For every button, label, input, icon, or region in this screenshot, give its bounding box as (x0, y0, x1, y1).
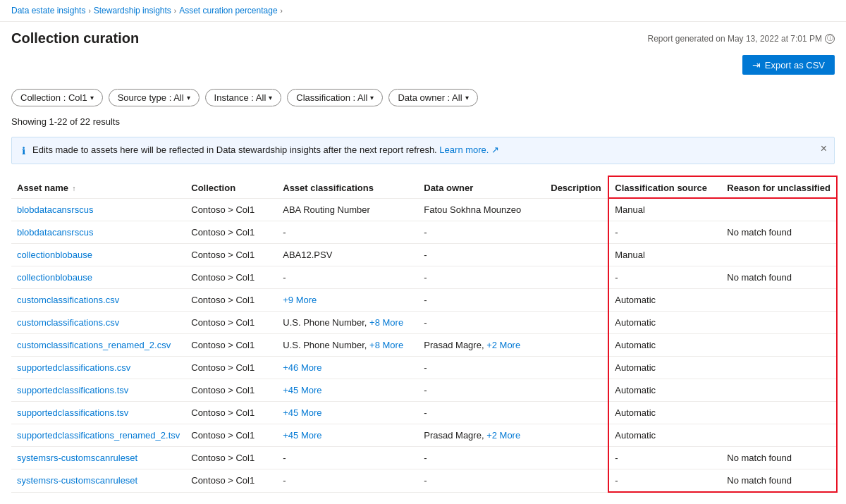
filter-classification[interactable]: Classification : All ▾ (287, 89, 383, 106)
table-row: blobdatacansrscusContoso > Col1---No mat… (11, 221, 837, 244)
cell-classifications: +45 More (277, 402, 418, 424)
filter-collection-label: Collection : Col1 (20, 92, 87, 103)
asset-name-link[interactable]: supportedclassifications.tsv (17, 407, 128, 418)
cell-classifications: +45 More (277, 424, 418, 447)
export-csv-button[interactable]: ⇥ Export as CSV (742, 55, 835, 75)
col-asset-name-label: Asset name (17, 183, 68, 193)
cell-classification-source: - (608, 221, 721, 244)
cell-description (545, 469, 608, 493)
cell-reason-unclassified: No match found (721, 221, 837, 244)
classifications-more-link[interactable]: +8 More (369, 317, 403, 328)
cell-reason-unclassified (721, 334, 837, 357)
asset-name-link[interactable]: supportedclassifications.csv (17, 362, 130, 373)
breadcrumb-asset-curation[interactable]: Asset curation percentage (179, 6, 277, 16)
asset-name-link[interactable]: customclassifications.csv (17, 317, 119, 328)
cell-classifications: ABA Routing Number (277, 198, 418, 221)
asset-name-link[interactable]: customclassifications_renamed_2.csv (17, 340, 171, 350)
cell-collection: Contoso > Col1 (185, 221, 277, 244)
cell-description (545, 266, 608, 289)
table-row: supportedclassifications.tsvContoso > Co… (11, 402, 837, 424)
cell-reason-unclassified (721, 402, 837, 424)
export-label: Export as CSV (765, 60, 825, 70)
cell-classifications: ABA12.PSV (277, 244, 418, 266)
cell-collection: Contoso > Col1 (185, 312, 277, 334)
data-table-container: Asset name ↑ Collection Asset classifica… (0, 170, 846, 498)
table-row: systemsrs-customscanrulesetContoso > Col… (11, 447, 837, 469)
cell-data-owner: - (418, 312, 545, 334)
cell-reason-unclassified (721, 198, 837, 221)
cell-collection: Contoso > Col1 (185, 469, 277, 493)
classifications-more-link[interactable]: +46 More (283, 362, 321, 373)
page-title: Collection curation (11, 30, 139, 47)
asset-name-link[interactable]: collectionblobause (17, 250, 92, 260)
table-row: blobdatacansrscusContoso > Col1ABA Routi… (11, 198, 837, 221)
filter-instance[interactable]: Instance : All ▾ (205, 89, 282, 106)
breadcrumb-data-estate[interactable]: Data estate insights (11, 6, 85, 16)
cell-description (545, 289, 608, 312)
cell-classification-source: Automatic (608, 334, 721, 357)
table-row: customclassifications_renamed_2.csvConto… (11, 334, 837, 357)
cell-description (545, 379, 608, 402)
cell-collection: Contoso > Col1 (185, 357, 277, 379)
cell-classifications: +46 More (277, 357, 418, 379)
cell-classifications: +9 More (277, 289, 418, 312)
cell-collection: Contoso > Col1 (185, 289, 277, 312)
info-banner-close-button[interactable]: × (821, 143, 827, 154)
cell-data-owner: - (418, 447, 545, 469)
report-info-icon[interactable]: ⓘ (825, 34, 835, 44)
col-asset-classifications-label: Asset classifications (283, 183, 374, 193)
filter-source-type-chevron: ▾ (187, 94, 190, 102)
data-owner-more-link[interactable]: +2 More (486, 430, 520, 441)
col-collection: Collection (185, 176, 277, 198)
info-banner-learn-more[interactable]: Learn more. ↗ (439, 145, 499, 155)
cell-classification-source: - (608, 266, 721, 289)
asset-name-link[interactable]: blobdatacansrscus (17, 227, 93, 238)
table-row: collectionblobauseContoso > Col1---No ma… (11, 266, 837, 289)
asset-name-link[interactable]: supportedclassifications.tsv (17, 385, 128, 395)
cell-classifications: - (277, 469, 418, 493)
cell-description (545, 312, 608, 334)
breadcrumb-stewardship[interactable]: Stewardship insights (94, 6, 171, 16)
cell-classifications: U.S. Phone Number, +8 More (277, 334, 418, 357)
asset-name-link[interactable]: blobdatacansrscus (17, 204, 93, 215)
table-header-row: Asset name ↑ Collection Asset classifica… (11, 176, 837, 198)
toolbar: ⇥ Export as CSV (0, 52, 846, 83)
cell-reason-unclassified (721, 379, 837, 402)
classifications-more-link[interactable]: +45 More (283, 385, 321, 395)
cell-asset-name: blobdatacansrscus (11, 221, 185, 244)
cell-reason-unclassified: No match found (721, 469, 837, 493)
cell-classification-source: - (608, 469, 721, 493)
filter-data-owner[interactable]: Data owner : All ▾ (388, 89, 477, 106)
cell-asset-name: customclassifications_renamed_2.csv (11, 334, 185, 357)
classifications-more-link[interactable]: +9 More (283, 295, 317, 305)
asset-name-link[interactable]: systemsrs-customscanruleset (17, 453, 137, 463)
cell-classification-source: - (608, 447, 721, 469)
cell-asset-name: customclassifications.csv (11, 312, 185, 334)
col-classification-source-label: Classification source (615, 183, 707, 193)
classifications-more-link[interactable]: +45 More (283, 430, 321, 441)
cell-data-owner: Fatou Sokhna Mounzeo (418, 198, 545, 221)
asset-name-link[interactable]: customclassifications.csv (17, 295, 119, 305)
classifications-more-link[interactable]: +45 More (283, 407, 321, 418)
cell-reason-unclassified (721, 312, 837, 334)
cell-description (545, 402, 608, 424)
filter-collection[interactable]: Collection : Col1 ▾ (11, 89, 103, 106)
cell-collection: Contoso > Col1 (185, 447, 277, 469)
cell-data-owner: - (418, 379, 545, 402)
page-header: Collection curation Report generated on … (0, 22, 846, 52)
cell-reason-unclassified: No match found (721, 266, 837, 289)
asset-name-link[interactable]: collectionblobause (17, 272, 92, 283)
classifications-more-link[interactable]: +8 More (369, 340, 403, 350)
cell-data-owner: - (418, 402, 545, 424)
asset-name-link[interactable]: supportedclassifications_renamed_2.tsv (17, 430, 180, 441)
cell-classification-source: Automatic (608, 312, 721, 334)
asset-name-link[interactable]: systemsrs-customscanruleset (17, 475, 137, 486)
cell-asset-name: collectionblobause (11, 266, 185, 289)
cell-description (545, 244, 608, 266)
table-row: collectionblobauseContoso > Col1ABA12.PS… (11, 244, 837, 266)
data-owner-more-link[interactable]: +2 More (486, 340, 520, 350)
col-asset-name[interactable]: Asset name ↑ (11, 176, 185, 198)
filter-source-type[interactable]: Source type : All ▾ (109, 89, 200, 106)
filter-data-owner-chevron: ▾ (465, 94, 469, 102)
cell-description (545, 357, 608, 379)
